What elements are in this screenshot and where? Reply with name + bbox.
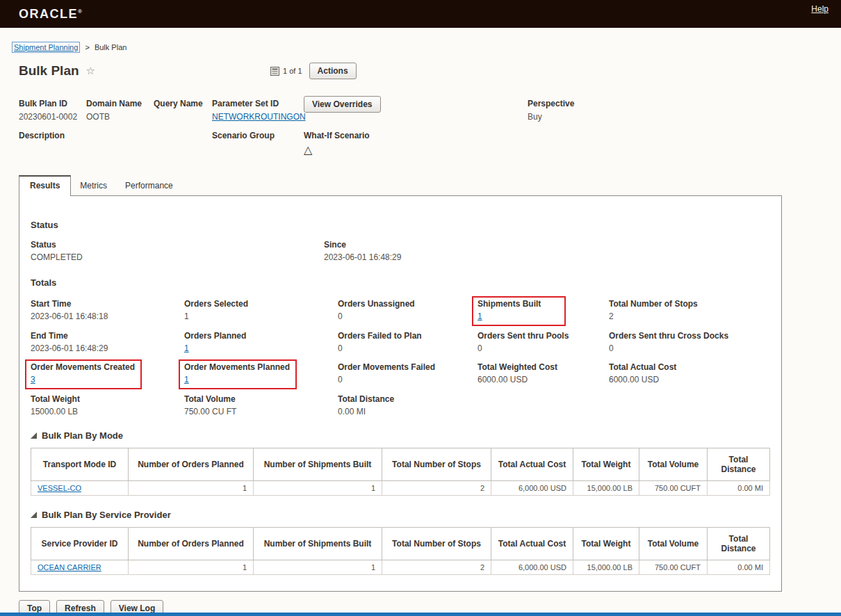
tab-bar: Results Metrics Performance — [19, 175, 841, 195]
status-section-heading: Status — [31, 220, 770, 230]
cell-service-provider-id: OCEAN CARRIER — [31, 560, 129, 575]
field-label: Query Name — [154, 99, 203, 108]
field-value: Buy — [528, 112, 574, 122]
col-header: Total Actual Cost — [491, 528, 573, 560]
favorite-star-icon[interactable]: ☆ — [86, 65, 95, 77]
transport-mode-link[interactable]: VESSEL-CO — [38, 484, 81, 492]
field-value: 2023-06-01 16:48:29 — [324, 252, 770, 262]
field-label: Order Movements Planned — [184, 362, 290, 372]
tab-metrics[interactable]: Metrics — [71, 177, 116, 195]
field-value: 6000.00 USD — [609, 375, 770, 384]
field-value: 1 — [477, 311, 541, 321]
record-pager: 1 of 1 Actions — [270, 63, 357, 79]
col-header: Total Number of Stops — [382, 448, 491, 481]
cell-distance: 0.00 MI — [708, 481, 770, 496]
field-value: 0.00 MI — [338, 407, 477, 416]
col-header: Number of Orders Planned — [129, 448, 254, 481]
orders-planned-link[interactable]: 1 — [184, 343, 189, 353]
cell-orders-planned: 1 — [129, 481, 254, 496]
title-row: Bulk Plan ☆ 1 of 1 Actions — [19, 61, 841, 81]
field-end-time: End Time 2023-06-01 16:48:29 — [31, 331, 184, 353]
field-value: 0 — [338, 311, 477, 321]
what-if-scenario-icon: △ — [304, 143, 312, 156]
field-order-movements-planned: Order Movements Planned 1 — [184, 362, 338, 385]
status-grid: Status COMPLETED Since 2023-06-01 16:48:… — [31, 240, 770, 262]
collapse-triangle-icon[interactable] — [31, 512, 37, 518]
field-orders-planned: Orders Planned 1 — [184, 331, 338, 353]
field-orders-sent-thru-pools: Orders Sent thru Pools 0 — [477, 331, 609, 353]
actions-button[interactable]: Actions — [309, 63, 357, 79]
breadcrumb-separator: > — [85, 43, 89, 51]
section-heading: Bulk Plan By Mode — [42, 430, 123, 441]
field-bulk-plan-id: Bulk Plan ID 20230601-0002 — [19, 99, 77, 122]
help-link[interactable]: Help — [811, 4, 828, 14]
field-label: Total Number of Stops — [609, 299, 770, 309]
col-header: Total Distance — [708, 528, 770, 560]
field-value: 2023-06-01 16:48:29 — [31, 343, 184, 353]
view-overrides-button[interactable]: View Overrides — [304, 96, 381, 113]
header-fields: Bulk Plan ID 20230601-0002 Domain Name O… — [19, 99, 841, 165]
field-orders-sent-thru-cross-docks: Orders Sent thru Cross Docks 0 — [609, 331, 770, 353]
oracle-logo: ORACLE® — [19, 7, 83, 22]
service-provider-link[interactable]: OCEAN CARRIER — [38, 563, 101, 572]
field-value: 3 — [31, 375, 135, 384]
col-header: Number of Orders Planned — [129, 528, 254, 560]
col-header: Service Provider ID — [31, 528, 129, 560]
field-query-name: Query Name — [154, 99, 203, 112]
field-label: Scenario Group — [212, 131, 275, 140]
field-label: Orders Unassigned — [338, 299, 477, 309]
cell-volume: 750.00 CUFT — [639, 481, 708, 496]
highlight-box: Order Movements Created 3 — [25, 359, 142, 389]
col-header: Transport Mode ID — [31, 448, 129, 481]
field-label: Orders Selected — [184, 299, 338, 309]
tab-results[interactable]: Results — [19, 175, 71, 196]
field-value: 15000.00 LB — [31, 407, 184, 416]
bulk-plan-by-mode-table: Transport Mode ID Number of Orders Plann… — [31, 448, 770, 496]
shipments-built-link[interactable]: 1 — [477, 311, 482, 321]
pagination-text: 1 of 1 — [283, 67, 302, 75]
col-header: Total Distance — [708, 448, 770, 481]
col-header: Total Actual Cost — [491, 448, 573, 481]
field-orders-unassigned: Orders Unassigned 0 — [338, 299, 477, 322]
field-total-weighted-cost: Total Weighted Cost 6000.00 USD — [477, 362, 609, 385]
field-order-movements-failed: Order Movements Failed 0 — [338, 362, 477, 385]
parameter-set-id-link[interactable]: NETWORKROUTINGON — [212, 112, 306, 122]
cell-volume: 750.00 CUFT — [639, 560, 708, 575]
field-value: 0 — [609, 343, 770, 353]
cell-weight: 15,000.00 LB — [573, 481, 639, 496]
record-list-icon[interactable] — [270, 67, 279, 76]
tab-performance[interactable]: Performance — [116, 177, 182, 195]
cell-number-of-stops: 2 — [382, 560, 491, 575]
field-value: 0 — [338, 343, 477, 353]
order-movements-created-link[interactable]: 3 — [31, 375, 35, 384]
field-status: Status COMPLETED — [31, 240, 324, 262]
field-value: OOTB — [86, 112, 142, 122]
field-perspective: Perspective Buy — [528, 99, 574, 122]
bulk-plan-by-service-provider-table: Service Provider ID Number of Orders Pla… — [31, 527, 770, 575]
field-label: Orders Failed to Plan — [338, 331, 477, 341]
col-header: Total Volume — [639, 448, 708, 481]
field-label: Parameter Set ID — [212, 99, 306, 108]
field-orders-failed-to-plan: Orders Failed to Plan 0 — [338, 331, 477, 353]
field-label: Domain Name — [86, 99, 142, 108]
field-value: 1 — [184, 375, 290, 384]
trademark-mark: ® — [78, 8, 83, 15]
field-scenario-group: Scenario Group — [212, 131, 275, 140]
view-overrides-wrap: View Overrides — [304, 96, 381, 113]
field-total-volume: Total Volume 750.00 CU FT — [184, 394, 338, 416]
cell-transport-mode-id: VESSEL-CO — [31, 481, 129, 496]
order-movements-planned-link[interactable]: 1 — [184, 375, 189, 384]
field-total-weight: Total Weight 15000.00 LB — [31, 394, 184, 416]
field-label: Orders Planned — [184, 331, 338, 341]
breadcrumb-current: Bulk Plan — [95, 43, 126, 51]
collapse-triangle-icon[interactable] — [31, 432, 37, 439]
field-label: Order Movements Created — [31, 362, 135, 372]
breadcrumb: Shipment Planning > Bulk Plan — [12, 43, 841, 51]
field-domain-name: Domain Name OOTB — [86, 99, 142, 122]
cell-distance: 0.00 MI — [708, 560, 770, 575]
field-label: End Time — [31, 331, 184, 341]
highlight-box: Order Movements Planned 1 — [179, 359, 297, 389]
breadcrumb-shipment-planning-link[interactable]: Shipment Planning — [12, 42, 80, 53]
totals-grid: Start Time 2023-06-01 16:48:18 Orders Se… — [31, 299, 770, 416]
field-value: 6000.00 USD — [477, 375, 609, 384]
